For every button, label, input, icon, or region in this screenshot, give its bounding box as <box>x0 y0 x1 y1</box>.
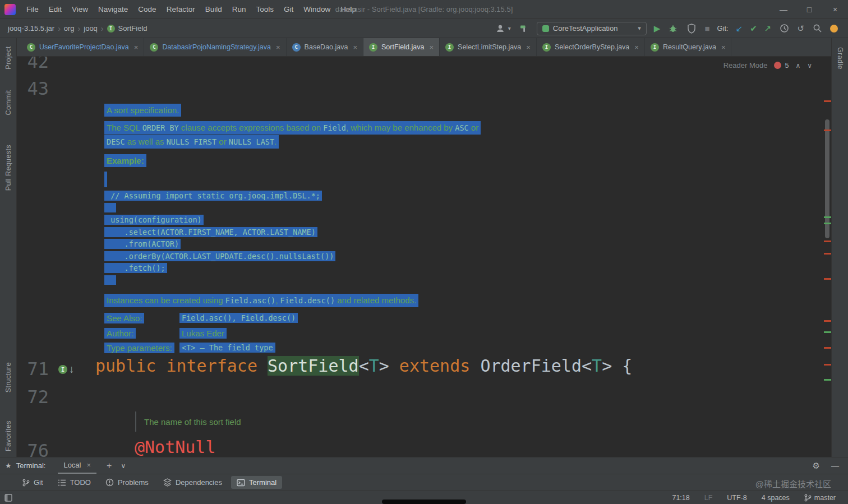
line-number-42[interactable]: 42 <box>22 57 49 72</box>
close-icon[interactable]: × <box>526 43 531 52</box>
git-commit-button[interactable]: ✔ <box>750 24 757 34</box>
terminal-settings-gear-icon[interactable]: ⚙ <box>813 461 820 471</box>
toolwindow-dependencies-button[interactable]: Dependencies <box>158 476 228 489</box>
error-stripe-mark <box>824 241 831 242</box>
search-everywhere-icon[interactable] <box>812 23 823 34</box>
javadoc-code-line <box>104 203 654 215</box>
reader-mode-label[interactable]: Reader Mode <box>723 61 768 70</box>
terminal-toolbar: ★ Terminal: Local × + ∨ ⚙ — <box>0 457 848 474</box>
notification-icon[interactable] <box>830 25 838 33</box>
menu-tools[interactable]: Tools <box>251 0 279 19</box>
sidebar-item-pull-requests[interactable]: Pull Requests <box>0 145 17 191</box>
sidebar-item-project[interactable]: Project <box>0 46 17 70</box>
prev-error-icon[interactable]: ∧ <box>795 62 800 70</box>
stop-button[interactable]: ■ <box>704 24 709 33</box>
new-terminal-session-button[interactable]: + <box>107 461 112 471</box>
tab-selectorderbystep[interactable]: I SelectOrderByStep.java × <box>537 38 645 56</box>
toolwindow-toggle-icon[interactable] <box>4 494 12 502</box>
tab-resultquery[interactable]: I ResultQuery.java × <box>645 38 732 56</box>
menu-file[interactable]: File <box>21 0 44 19</box>
line-number-71[interactable]: 71 <box>22 358 49 380</box>
tab-userfavoriteprojectdao[interactable]: C UserFavoriteProjectDao.java × <box>21 38 144 56</box>
javadoc-code-line: using(configuration) <box>104 215 654 227</box>
breadcrumb-sortfield[interactable]: SortField <box>118 24 148 33</box>
editor-content[interactable]: Reader Mode 5 ∧ ∨ 42 43 71 72 76 I ↓ A s… <box>17 57 831 457</box>
toolwindow-problems-button[interactable]: Problems <box>100 476 154 489</box>
menu-refactor[interactable]: Refactor <box>162 0 200 19</box>
build-hammer-icon[interactable] <box>518 23 529 34</box>
javadoc-code-line: .from(ACTOR) <box>104 239 654 251</box>
caret-position[interactable]: 71:18 <box>672 494 689 502</box>
close-icon[interactable]: × <box>721 43 726 52</box>
sidebar-item-favorites[interactable]: Favorites <box>0 420 17 451</box>
sidebar-item-commit[interactable]: Commit <box>0 90 17 115</box>
git-update-button[interactable]: ↙ <box>736 24 743 34</box>
menu-edit[interactable]: Edit <box>44 0 67 19</box>
error-stripe-mark <box>824 100 831 102</box>
interface-file-icon: I <box>445 43 454 52</box>
git-branch-widget[interactable]: master <box>804 494 836 502</box>
breadcrumb-jooq[interactable]: jooq <box>84 24 98 33</box>
code-line-annotation[interactable]: @NotNull <box>135 437 216 457</box>
close-icon[interactable]: × <box>353 43 357 52</box>
terminal-tab-local[interactable]: Local × <box>58 457 96 474</box>
debug-button[interactable] <box>667 23 679 34</box>
menu-navigate[interactable]: Navigate <box>93 0 133 19</box>
tab-selectlimitstep[interactable]: I SelectLimitStep.java × <box>440 38 537 56</box>
tab-basedao[interactable]: C BaseDao.java × <box>287 38 363 56</box>
toolwindow-terminal-button[interactable]: Terminal <box>231 476 282 489</box>
breadcrumb-jar[interactable]: jooq-3.15.5.jar <box>8 24 54 33</box>
minimize-window-icon[interactable]: — <box>771 0 796 19</box>
interface-gutter-icon[interactable]: I <box>58 365 67 374</box>
tab-sortfield[interactable]: I SortField.java × <box>363 38 440 56</box>
user-icon[interactable] <box>495 23 506 34</box>
toolwindow-git-button[interactable]: Git <box>17 476 49 489</box>
hide-terminal-icon[interactable]: — <box>831 461 839 470</box>
menu-view[interactable]: View <box>67 0 93 19</box>
toolwindow-todo-button[interactable]: TODO <box>52 476 96 489</box>
git-branch-icon <box>804 494 812 502</box>
rollback-icon[interactable]: ↺ <box>797 24 804 34</box>
menu-window[interactable]: Window <box>298 0 335 19</box>
line-number-72[interactable]: 72 <box>22 386 49 408</box>
implementations-gutter-icon[interactable]: ↓ <box>69 365 75 374</box>
breadcrumb-org[interactable]: org <box>64 24 75 33</box>
member-javadoc: The name of this sort field <box>135 411 241 432</box>
git-push-button[interactable]: ↗ <box>764 24 772 34</box>
run-with-coverage-button[interactable] <box>686 23 697 34</box>
menu-help[interactable]: Help <box>335 0 361 19</box>
maximize-window-icon[interactable]: □ <box>796 0 822 19</box>
error-indicator-icon[interactable] <box>774 62 781 69</box>
close-icon[interactable]: × <box>134 43 139 52</box>
menu-run[interactable]: Run <box>227 0 251 19</box>
favorites-star-icon[interactable]: ★ <box>5 461 12 470</box>
line-number-43[interactable]: 43 <box>22 78 49 99</box>
sidebar-item-gradle[interactable]: Gradle <box>832 47 848 70</box>
history-clock-icon[interactable] <box>778 23 790 34</box>
close-icon[interactable]: × <box>276 43 280 52</box>
sidebar-item-structure[interactable]: Structure <box>0 362 17 392</box>
javadoc-paragraph-line: DESC as well as NULLS FIRST or NULLS LAS… <box>104 135 654 149</box>
next-error-icon[interactable]: ∨ <box>807 62 812 70</box>
run-button[interactable]: ▶ <box>654 24 661 34</box>
indent-indicator[interactable]: 4 spaces <box>762 494 790 502</box>
line-number-76[interactable]: 76 <box>22 440 49 457</box>
close-icon[interactable]: × <box>634 43 639 52</box>
menu-git[interactable]: Git <box>279 0 298 19</box>
error-stripe-mark <box>824 347 831 349</box>
menu-build[interactable]: Build <box>200 0 227 19</box>
line-ending-indicator[interactable]: LF <box>704 494 713 502</box>
user-dropdown-icon[interactable]: ▾ <box>508 25 511 31</box>
vertical-scrollbar[interactable] <box>825 119 829 238</box>
menu-code[interactable]: Code <box>133 0 161 19</box>
terminal-sessions-dropdown-icon[interactable]: ∨ <box>121 462 126 470</box>
close-window-icon[interactable]: × <box>822 0 848 19</box>
selected-empty-line <box>104 275 654 288</box>
code-line-declaration[interactable]: public interface SortField<T> extends Or… <box>95 356 632 376</box>
close-icon[interactable]: × <box>86 461 91 469</box>
close-icon[interactable]: × <box>429 43 434 52</box>
terminal-icon <box>237 479 245 487</box>
run-configuration-select[interactable]: CoreTestApplication ▾ <box>537 22 647 35</box>
encoding-indicator[interactable]: UTF-8 <box>727 494 746 502</box>
tab-databasirpojonamingstrategy[interactable]: C DatabasirPojoNamingStrategy.java × <box>144 38 286 56</box>
